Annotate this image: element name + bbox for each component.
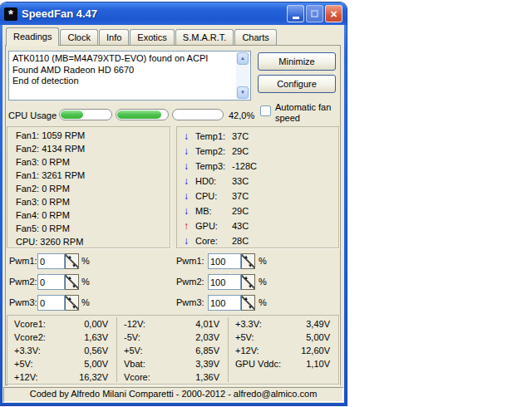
voltage-reading: Vcore2:1,63V bbox=[7, 331, 116, 344]
voltage-label: +12V: bbox=[14, 372, 38, 382]
temperature-reading: ↓ Core: 28C bbox=[184, 233, 338, 248]
tab-charts[interactable]: Charts bbox=[234, 29, 276, 45]
fan-reading: Fan1: 3261 RPM bbox=[16, 169, 170, 182]
speedfan-fan-icon[interactable]: * bbox=[4, 7, 17, 21]
voltage-reading: +12V:12,60V bbox=[229, 344, 338, 357]
temp-trend-down-icon: ↓ bbox=[184, 190, 195, 202]
pwm1-right-unit: % bbox=[259, 256, 267, 266]
temp-name: HD0: bbox=[195, 176, 232, 186]
titlebar[interactable]: * SpeedFan 4.47 × bbox=[0, 2, 347, 25]
tab-exotics[interactable]: Exotics bbox=[130, 29, 174, 45]
pwm3-right-spinner[interactable]: ▲▼ bbox=[241, 295, 255, 311]
voltage-value: 5,00V bbox=[306, 332, 330, 342]
pwm2-right-input[interactable] bbox=[208, 274, 241, 290]
tab-info[interactable]: Info bbox=[99, 29, 129, 45]
pwm3-right-input[interactable] bbox=[208, 295, 241, 311]
pwm2-right-spinner[interactable]: ▲▼ bbox=[241, 274, 255, 290]
automatic-fan-speed-label[interactable]: Automatic fan speed bbox=[275, 102, 345, 124]
voltage-value: 16,32V bbox=[79, 372, 108, 382]
voltage-value: 0,00V bbox=[84, 319, 108, 329]
voltage-reading: GPU Vddc:1,10V bbox=[229, 357, 338, 370]
pwm3-left-spinner[interactable]: ▲▼ bbox=[65, 295, 79, 311]
voltage-column-1: Vcore1:0,00V Vcore2:1,63V +3.3V:0,56V +5… bbox=[7, 317, 116, 382]
temp-value: 33C bbox=[232, 176, 249, 186]
spin-down-icon: ▼ bbox=[71, 305, 76, 310]
voltage-value: 12,60V bbox=[301, 346, 330, 356]
pwm1-right-spinner[interactable]: ▲▼ bbox=[241, 253, 255, 269]
cpu-usage-label: CPU Usage bbox=[8, 110, 57, 120]
maximize-icon bbox=[311, 10, 318, 17]
pwm1-left-spinner[interactable]: ▲▼ bbox=[65, 253, 79, 269]
automatic-fan-speed-checkbox[interactable] bbox=[260, 105, 271, 116]
voltage-reading: +3.3V:3,49V bbox=[229, 317, 338, 331]
speedfan-window: * SpeedFan 4.47 × Readings Clock Info Ex… bbox=[0, 2, 347, 405]
spin-up-icon: ▲ bbox=[67, 296, 72, 301]
voltage-column-2: -12V:4,01V -5V:2,03V +5V:6,85V Vbat:3,39… bbox=[116, 317, 228, 382]
spin-down-icon: ▼ bbox=[71, 263, 76, 268]
temperature-reading: ↓ MB: 29C bbox=[184, 204, 338, 218]
voltage-reading: +5V:5,00V bbox=[229, 331, 338, 344]
configure-button[interactable]: Configure bbox=[258, 75, 336, 93]
voltage-value: 1,63V bbox=[84, 332, 108, 342]
voltage-reading: -12V:4,01V bbox=[117, 317, 228, 331]
fan-readings-group: Fan1: 1059 RPM Fan2: 4134 RPM Fan3: 0 RP… bbox=[7, 126, 170, 248]
pwm3-left-input[interactable] bbox=[37, 295, 65, 311]
tab-smart[interactable]: S.M.A.R.T. bbox=[175, 29, 234, 45]
temp-trend-up-icon: ↑ bbox=[184, 220, 195, 232]
voltage-label: +3.3V: bbox=[14, 346, 41, 356]
desktop: { "window": { "title": "SpeedFan 4.47", … bbox=[0, 0, 532, 407]
scroll-down-icon[interactable]: ▼ bbox=[237, 86, 249, 99]
temp-value: 37C bbox=[232, 191, 249, 201]
pwm1-left-label: Pwm1: bbox=[9, 256, 37, 266]
scroll-up-icon[interactable]: ▲ bbox=[237, 52, 249, 65]
cpu-usage-fill bbox=[117, 110, 161, 119]
cpu-usage-value: 42,0% bbox=[229, 110, 254, 120]
cpu-usage-bar-2 bbox=[116, 109, 169, 120]
tab-readings[interactable]: Readings bbox=[6, 27, 59, 46]
detection-log[interactable]: ATK0110 (MB=M4A79XTD-EVO) found on ACPI … bbox=[8, 51, 251, 101]
voltage-reading: Vbat:3,39V bbox=[117, 357, 228, 370]
fan-reading: Fan3: 0 RPM bbox=[16, 195, 170, 208]
voltage-readings-group: Vcore1:0,00V Vcore2:1,63V +3.3V:0,56V +5… bbox=[7, 315, 339, 385]
pwm3-right-unit: % bbox=[259, 297, 267, 307]
cpu-usage-bar-3 bbox=[172, 109, 224, 120]
close-icon: × bbox=[330, 8, 337, 20]
fan-reading: Fan3: 0 RPM bbox=[16, 155, 170, 169]
voltage-label: Vcore2: bbox=[14, 332, 46, 342]
pwm1-right-input[interactable] bbox=[208, 253, 241, 269]
temperature-reading: ↓ Temp1: 37C bbox=[184, 129, 338, 144]
minimize-to-tray-button[interactable]: Minimize bbox=[258, 52, 336, 71]
temperature-reading: ↑ GPU: 43C bbox=[184, 218, 338, 233]
pwm2-left-spinner[interactable]: ▲▼ bbox=[65, 274, 79, 290]
voltage-column-3: +3.3V:3,49V +5V:5,00V +12V:12,60V GPU Vd… bbox=[228, 317, 338, 382]
minimize-window-button[interactable] bbox=[287, 5, 304, 22]
voltage-label: +5V: bbox=[235, 332, 254, 342]
voltage-reading: -5V:2,03V bbox=[117, 331, 228, 344]
temp-name: GPU: bbox=[195, 221, 232, 231]
tab-bar: Readings Clock Info Exotics S.M.A.R.T. C… bbox=[6, 27, 278, 45]
client-area: Readings Clock Info Exotics S.M.A.R.T. C… bbox=[2, 25, 344, 403]
voltage-value: 6,85V bbox=[195, 346, 219, 356]
temp-name: Temp3: bbox=[195, 161, 232, 171]
tab-clock[interactable]: Clock bbox=[60, 29, 98, 45]
pwm3-left-unit: % bbox=[81, 297, 90, 307]
pwm1-left-input[interactable] bbox=[37, 253, 65, 269]
voltage-label: +5V: bbox=[14, 359, 33, 369]
maximize-window-button bbox=[306, 5, 323, 22]
voltage-value: 1,10V bbox=[306, 359, 330, 369]
voltage-value: 2,03V bbox=[195, 332, 219, 342]
log-scrollbar[interactable]: ▲ ▼ bbox=[236, 52, 249, 99]
temp-name: MB: bbox=[195, 206, 232, 216]
pwm2-left-label: Pwm2: bbox=[9, 277, 37, 287]
spin-down-icon: ▼ bbox=[248, 305, 253, 310]
voltage-label: +3.3V: bbox=[235, 319, 262, 329]
close-window-button[interactable]: × bbox=[325, 5, 342, 22]
temp-value: 29C bbox=[232, 146, 249, 156]
temp-trend-down-icon: ↓ bbox=[184, 205, 195, 217]
temp-value: 28C bbox=[232, 236, 249, 246]
pwm2-left-input[interactable] bbox=[37, 274, 65, 290]
temperature-reading: ↓ HD0: 33C bbox=[184, 174, 338, 189]
temp-trend-down-icon: ↓ bbox=[184, 235, 195, 247]
spin-down-icon: ▼ bbox=[248, 263, 253, 268]
temp-value: 37C bbox=[232, 131, 249, 141]
